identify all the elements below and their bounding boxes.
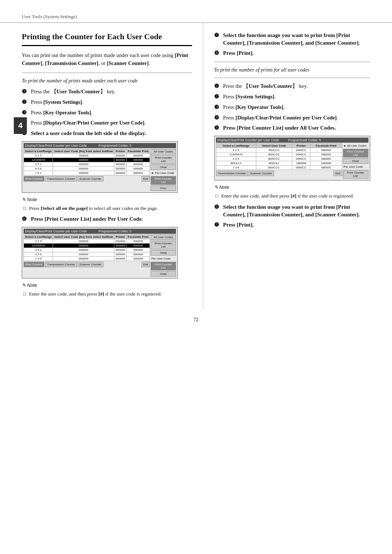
- right-divider-2: [214, 78, 370, 78]
- right-step-6-num: ❻: [214, 203, 221, 211]
- note-1-text: Press [Select all on the page] to select…: [29, 205, 158, 212]
- screen-2-btn-exit[interactable]: Exit: [142, 262, 150, 267]
- right-step-1-text: Press the 【User Tools/Counter】 key.: [223, 82, 370, 90]
- main-content: 4 Printing the Counter for Each User Cod…: [0, 23, 392, 310]
- screen-1-prev[interactable]: Prev: [151, 186, 176, 191]
- right-step-2-num: ❷: [214, 93, 221, 101]
- chapter-number: 4: [18, 121, 23, 130]
- right-step-2-text: Press [System Settings].: [223, 93, 370, 101]
- screen-3-main: Select a List/Range Select User Code Pri…: [216, 143, 342, 179]
- screen-1-btn-exit[interactable]: Exit: [142, 176, 150, 182]
- section-title: Printing the Counter for Each User Code: [22, 32, 192, 46]
- screen-1-col-fax: Facsimile Print: [127, 149, 150, 153]
- screen-2-btn-scanner[interactable]: Scanner Counter: [78, 262, 103, 267]
- screen-1-all-user[interactable]: All User Codes: [151, 149, 176, 154]
- right-step-8: ❽ Press [Print].: [214, 49, 370, 57]
- right-step-7-num: ❼: [214, 32, 221, 40]
- right-step-6: ❻ Select the function usage you want to …: [214, 203, 370, 219]
- right-step-8-num: ❽: [214, 49, 221, 57]
- divider-1: [22, 73, 192, 73]
- right-column: ❼ Select the function usage you want to …: [203, 23, 377, 310]
- screen-2-all-user[interactable]: All User Codes: [151, 235, 176, 240]
- screen-2-btn-trans[interactable]: Transmission Counter: [45, 262, 77, 267]
- screen-2-print-counter-list-per[interactable]: Print Counter List: [151, 262, 176, 270]
- screen-3-btn-scanner[interactable]: Scanner Counter: [249, 171, 274, 176]
- note-right-bullet: □: [216, 192, 219, 200]
- screen-2-table: Select a List/Range Select User Code (No…: [24, 235, 150, 261]
- screen-2-col-code: Select User Code (No) from select list/R…: [53, 235, 114, 239]
- screen-3-btn-exit[interactable]: Exit: [334, 171, 342, 176]
- screen-1-per-user-label: ► Per User Code: [151, 171, 176, 175]
- screen-1-row-1: 3 2 5000000000000000000: [24, 153, 150, 158]
- screen-1-btn-trans[interactable]: Transmission Counter: [45, 176, 77, 182]
- screen-2-print-counter-list-all[interactable]: Print Counter List: [151, 241, 176, 249]
- screen-2: Display/Clear/Print Counter per User Cod…: [22, 227, 178, 278]
- screen-1-bottom-btns: Print Counter Transmission Counter Scann…: [24, 176, 150, 182]
- right-step-7: ❼ Select the function usage you want to …: [214, 32, 370, 47]
- chapter-tab: 4: [14, 117, 27, 134]
- note-2-text: Enter the user code, and then press [#] …: [29, 290, 162, 298]
- screen-2-row-1: 3 2 5000000000000000000: [24, 239, 150, 244]
- intro-bold2: [Transmission Counter]: [45, 60, 99, 66]
- note-box-1: ✎ Note □ Press [Select all on the page] …: [22, 196, 192, 212]
- step-6-text: Press [Print Counter List] under Per Use…: [31, 215, 192, 223]
- screen-1-layout: Select a List/Range Select User Code (No…: [24, 149, 176, 191]
- step-4-text: Press [Display/Clear/Print Counter per U…: [31, 119, 192, 127]
- right-step-6-text: Select the function usage you want to pr…: [223, 203, 370, 219]
- step-2-text: Press [System Settings].: [31, 98, 192, 106]
- screen-3-col-code: Select User Code: [256, 144, 292, 148]
- step-2-num: ❷: [22, 98, 29, 106]
- screen-1-col-code: Select User Code (No) from select list/R…: [53, 149, 114, 153]
- screen-1-print-counter-list-all[interactable]: Print Counter List: [151, 155, 176, 164]
- intro-end: .: [149, 60, 150, 66]
- screen-3-print-counter-list-all[interactable]: Print Counter List: [343, 149, 368, 158]
- page-container: User Tools (System Settings) 4 Printing …: [0, 0, 392, 554]
- screen-3-btn-trans[interactable]: Transmission Counter: [216, 171, 248, 176]
- screen-3-col-printer: Printer: [292, 144, 310, 148]
- screen-3-row-4: B0ULL5B00ULLU80008U80000: [216, 161, 342, 166]
- screen-3-clear-all[interactable]: Clear: [343, 158, 368, 164]
- right-step-3-text: Press [Key Operator Tools].: [223, 103, 370, 111]
- right-subsection-heading: To print the number of prints for all us…: [214, 66, 370, 74]
- step-3: ❸ Press [Key Operator Tools].: [22, 109, 192, 117]
- note-2-title: ✎ Note: [22, 282, 192, 289]
- right-step-3: ❸ Press [Key Operator Tools].: [214, 103, 370, 111]
- note-box-2: ✎ Note □ Enter the user code, and then p…: [22, 282, 192, 297]
- step-1-text: Press the 【User Tools/Counter】 key.: [31, 88, 192, 95]
- intro-bold3: [Scanner Counter]: [107, 60, 148, 66]
- screen-2-per-user-label: Per User Code: [151, 256, 176, 261]
- screen-2-bottom-btns: Print Counter Transmission Counter Scann…: [24, 262, 150, 267]
- screen-1-clear-all[interactable]: Clear: [151, 164, 176, 170]
- step-4: ❹ Press [Display/Clear/Print Counter per…: [22, 119, 192, 127]
- screen-1-main: Select a List/Range Select User Code (No…: [24, 149, 150, 191]
- screen-2-col-select: Select a List/Range: [24, 235, 53, 239]
- page-number: 72: [0, 310, 392, 326]
- screen-3-col-fax: Facsimile Print: [310, 144, 342, 148]
- screen-1-print-counter-list-per[interactable]: Print Counter List: [151, 176, 176, 185]
- breadcrumb: User Tools (System Settings): [0, 0, 392, 23]
- left-subsection-heading-text: To print the number of prints made under…: [22, 78, 138, 83]
- step-1: ❶ Press the 【User Tools/Counter】 key.: [22, 88, 192, 96]
- screen-1-col-select: Select a List/Range: [24, 149, 53, 153]
- note-1-item-1: □ Press [Select all on the page] to sele…: [22, 205, 192, 212]
- screen-2-row-3: 3 5 1000000000000000000: [24, 248, 150, 252]
- right-step-2: ❷ Press [System Settings].: [214, 93, 370, 101]
- screen-3-bottom-btns: Transmission Counter Scanner Counter Exi…: [216, 171, 342, 176]
- screen-2-right-btns: All User Codes Print Counter List Clear …: [151, 235, 176, 277]
- note-right-item-1: □ Enter the user code, and then press [#…: [214, 192, 370, 200]
- section-title-text: Printing the Counter for Each User Code: [22, 32, 162, 41]
- right-subsection-text: To print the number of prints for all us…: [214, 67, 310, 73]
- screen-2-clear-per[interactable]: Clear: [151, 271, 176, 277]
- screen-1-btn-print[interactable]: Print Counter: [24, 176, 44, 182]
- note-1-title: ✎ Note: [22, 196, 192, 203]
- screen-2-clear-all[interactable]: Clear: [151, 250, 176, 256]
- screen-3-row-1: 3 2 5000CCC0000CC080000: [216, 148, 342, 152]
- screen-2-col-fax: Facsimile Print: [127, 235, 150, 239]
- note-box-right: ✎ Note □ Enter the user code, and then p…: [214, 184, 370, 199]
- step-5-text: Select a user code from the left side of…: [31, 130, 192, 137]
- screen-1-row-2: 12345678000000000000000000: [24, 158, 150, 162]
- screen-2-btn-print[interactable]: Print Counter: [24, 262, 44, 267]
- screen-1-table: Select a List/Range Select User Code (No…: [24, 149, 150, 175]
- screen-1-btn-scanner[interactable]: Scanner Counter: [78, 176, 103, 182]
- screen-3-print-counter-list-per[interactable]: Print Counter List: [343, 170, 368, 179]
